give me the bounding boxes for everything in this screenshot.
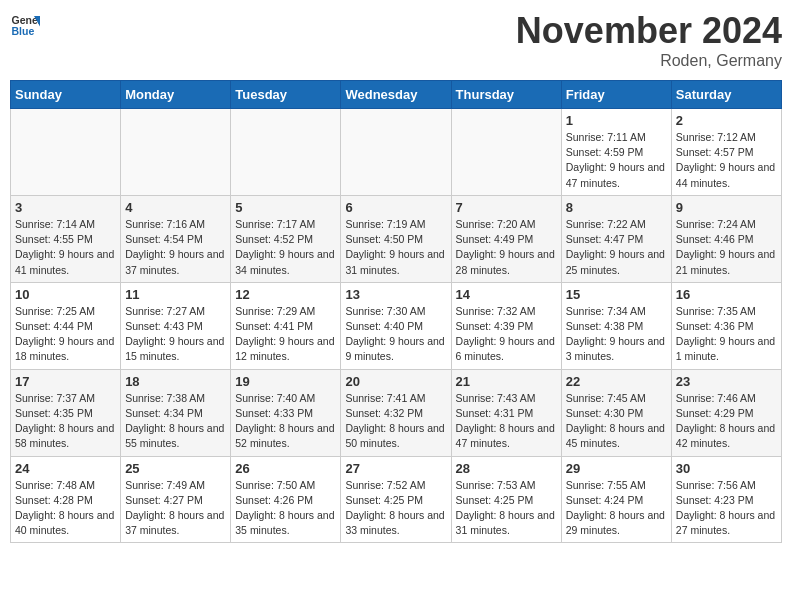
calendar-day-cell: 19Sunrise: 7:40 AM Sunset: 4:33 PM Dayli…	[231, 369, 341, 456]
calendar-day-cell: 20Sunrise: 7:41 AM Sunset: 4:32 PM Dayli…	[341, 369, 451, 456]
calendar-day-cell	[231, 109, 341, 196]
weekday-header: Sunday	[11, 81, 121, 109]
calendar-day-cell: 23Sunrise: 7:46 AM Sunset: 4:29 PM Dayli…	[671, 369, 781, 456]
day-number: 23	[676, 374, 777, 389]
month-title: November 2024	[516, 10, 782, 52]
calendar-day-cell: 9Sunrise: 7:24 AM Sunset: 4:46 PM Daylig…	[671, 195, 781, 282]
day-info: Sunrise: 7:17 AM Sunset: 4:52 PM Dayligh…	[235, 217, 336, 278]
day-number: 8	[566, 200, 667, 215]
location: Roden, Germany	[516, 52, 782, 70]
calendar-day-cell: 12Sunrise: 7:29 AM Sunset: 4:41 PM Dayli…	[231, 282, 341, 369]
day-info: Sunrise: 7:53 AM Sunset: 4:25 PM Dayligh…	[456, 478, 557, 539]
weekday-header-row: SundayMondayTuesdayWednesdayThursdayFrid…	[11, 81, 782, 109]
day-number: 7	[456, 200, 557, 215]
day-number: 21	[456, 374, 557, 389]
calendar-day-cell: 3Sunrise: 7:14 AM Sunset: 4:55 PM Daylig…	[11, 195, 121, 282]
day-number: 5	[235, 200, 336, 215]
calendar-day-cell: 8Sunrise: 7:22 AM Sunset: 4:47 PM Daylig…	[561, 195, 671, 282]
day-number: 3	[15, 200, 116, 215]
weekday-header: Monday	[121, 81, 231, 109]
day-info: Sunrise: 7:34 AM Sunset: 4:38 PM Dayligh…	[566, 304, 667, 365]
day-info: Sunrise: 7:19 AM Sunset: 4:50 PM Dayligh…	[345, 217, 446, 278]
logo: General Blue	[10, 10, 40, 40]
day-number: 14	[456, 287, 557, 302]
calendar-week-row: 10Sunrise: 7:25 AM Sunset: 4:44 PM Dayli…	[11, 282, 782, 369]
weekday-header: Thursday	[451, 81, 561, 109]
calendar-day-cell: 14Sunrise: 7:32 AM Sunset: 4:39 PM Dayli…	[451, 282, 561, 369]
day-info: Sunrise: 7:11 AM Sunset: 4:59 PM Dayligh…	[566, 130, 667, 191]
day-info: Sunrise: 7:29 AM Sunset: 4:41 PM Dayligh…	[235, 304, 336, 365]
calendar-day-cell: 22Sunrise: 7:45 AM Sunset: 4:30 PM Dayli…	[561, 369, 671, 456]
day-info: Sunrise: 7:25 AM Sunset: 4:44 PM Dayligh…	[15, 304, 116, 365]
day-number: 29	[566, 461, 667, 476]
svg-text:Blue: Blue	[12, 25, 35, 37]
calendar-day-cell: 17Sunrise: 7:37 AM Sunset: 4:35 PM Dayli…	[11, 369, 121, 456]
day-info: Sunrise: 7:43 AM Sunset: 4:31 PM Dayligh…	[456, 391, 557, 452]
title-block: November 2024 Roden, Germany	[516, 10, 782, 70]
day-info: Sunrise: 7:41 AM Sunset: 4:32 PM Dayligh…	[345, 391, 446, 452]
calendar-day-cell	[121, 109, 231, 196]
calendar-day-cell: 25Sunrise: 7:49 AM Sunset: 4:27 PM Dayli…	[121, 456, 231, 543]
calendar-day-cell: 5Sunrise: 7:17 AM Sunset: 4:52 PM Daylig…	[231, 195, 341, 282]
calendar-week-row: 3Sunrise: 7:14 AM Sunset: 4:55 PM Daylig…	[11, 195, 782, 282]
day-number: 10	[15, 287, 116, 302]
day-info: Sunrise: 7:35 AM Sunset: 4:36 PM Dayligh…	[676, 304, 777, 365]
calendar-day-cell: 28Sunrise: 7:53 AM Sunset: 4:25 PM Dayli…	[451, 456, 561, 543]
day-number: 16	[676, 287, 777, 302]
day-info: Sunrise: 7:27 AM Sunset: 4:43 PM Dayligh…	[125, 304, 226, 365]
calendar-day-cell: 21Sunrise: 7:43 AM Sunset: 4:31 PM Dayli…	[451, 369, 561, 456]
day-number: 4	[125, 200, 226, 215]
day-number: 1	[566, 113, 667, 128]
day-number: 6	[345, 200, 446, 215]
day-info: Sunrise: 7:46 AM Sunset: 4:29 PM Dayligh…	[676, 391, 777, 452]
calendar-day-cell: 11Sunrise: 7:27 AM Sunset: 4:43 PM Dayli…	[121, 282, 231, 369]
day-info: Sunrise: 7:55 AM Sunset: 4:24 PM Dayligh…	[566, 478, 667, 539]
calendar-day-cell	[341, 109, 451, 196]
calendar-table: SundayMondayTuesdayWednesdayThursdayFrid…	[10, 80, 782, 543]
calendar-day-cell: 15Sunrise: 7:34 AM Sunset: 4:38 PM Dayli…	[561, 282, 671, 369]
calendar-day-cell: 1Sunrise: 7:11 AM Sunset: 4:59 PM Daylig…	[561, 109, 671, 196]
day-number: 27	[345, 461, 446, 476]
day-info: Sunrise: 7:45 AM Sunset: 4:30 PM Dayligh…	[566, 391, 667, 452]
day-number: 26	[235, 461, 336, 476]
day-info: Sunrise: 7:12 AM Sunset: 4:57 PM Dayligh…	[676, 130, 777, 191]
day-number: 15	[566, 287, 667, 302]
calendar-day-cell: 2Sunrise: 7:12 AM Sunset: 4:57 PM Daylig…	[671, 109, 781, 196]
calendar-week-row: 24Sunrise: 7:48 AM Sunset: 4:28 PM Dayli…	[11, 456, 782, 543]
calendar-day-cell: 13Sunrise: 7:30 AM Sunset: 4:40 PM Dayli…	[341, 282, 451, 369]
day-number: 9	[676, 200, 777, 215]
day-number: 18	[125, 374, 226, 389]
weekday-header: Friday	[561, 81, 671, 109]
day-info: Sunrise: 7:52 AM Sunset: 4:25 PM Dayligh…	[345, 478, 446, 539]
calendar-day-cell	[11, 109, 121, 196]
calendar-day-cell: 10Sunrise: 7:25 AM Sunset: 4:44 PM Dayli…	[11, 282, 121, 369]
day-number: 17	[15, 374, 116, 389]
weekday-header: Wednesday	[341, 81, 451, 109]
calendar-day-cell	[451, 109, 561, 196]
day-number: 22	[566, 374, 667, 389]
day-info: Sunrise: 7:20 AM Sunset: 4:49 PM Dayligh…	[456, 217, 557, 278]
day-info: Sunrise: 7:30 AM Sunset: 4:40 PM Dayligh…	[345, 304, 446, 365]
day-info: Sunrise: 7:49 AM Sunset: 4:27 PM Dayligh…	[125, 478, 226, 539]
weekday-header: Saturday	[671, 81, 781, 109]
day-number: 20	[345, 374, 446, 389]
day-number: 19	[235, 374, 336, 389]
calendar-day-cell: 30Sunrise: 7:56 AM Sunset: 4:23 PM Dayli…	[671, 456, 781, 543]
day-info: Sunrise: 7:22 AM Sunset: 4:47 PM Dayligh…	[566, 217, 667, 278]
day-number: 12	[235, 287, 336, 302]
calendar-day-cell: 4Sunrise: 7:16 AM Sunset: 4:54 PM Daylig…	[121, 195, 231, 282]
day-info: Sunrise: 7:48 AM Sunset: 4:28 PM Dayligh…	[15, 478, 116, 539]
logo-icon: General Blue	[10, 10, 40, 40]
day-info: Sunrise: 7:38 AM Sunset: 4:34 PM Dayligh…	[125, 391, 226, 452]
calendar-day-cell: 16Sunrise: 7:35 AM Sunset: 4:36 PM Dayli…	[671, 282, 781, 369]
day-info: Sunrise: 7:24 AM Sunset: 4:46 PM Dayligh…	[676, 217, 777, 278]
calendar-day-cell: 24Sunrise: 7:48 AM Sunset: 4:28 PM Dayli…	[11, 456, 121, 543]
weekday-header: Tuesday	[231, 81, 341, 109]
day-number: 13	[345, 287, 446, 302]
calendar-day-cell: 27Sunrise: 7:52 AM Sunset: 4:25 PM Dayli…	[341, 456, 451, 543]
day-info: Sunrise: 7:50 AM Sunset: 4:26 PM Dayligh…	[235, 478, 336, 539]
day-number: 11	[125, 287, 226, 302]
calendar-day-cell: 26Sunrise: 7:50 AM Sunset: 4:26 PM Dayli…	[231, 456, 341, 543]
day-number: 28	[456, 461, 557, 476]
day-info: Sunrise: 7:40 AM Sunset: 4:33 PM Dayligh…	[235, 391, 336, 452]
